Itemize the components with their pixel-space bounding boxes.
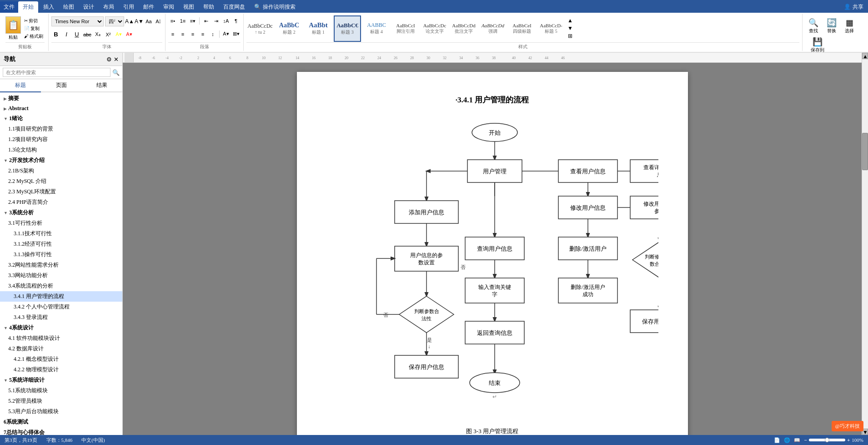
nav-item[interactable]: 3.1.1技术可行性	[0, 228, 122, 239]
nav-tab-results[interactable]: 结果	[81, 79, 122, 91]
align-left-button[interactable]: ≡	[168, 30, 177, 39]
doc-scroll-area[interactable]: ·3.4.1 用户管理的流程 开始 用户管理	[123, 63, 862, 435]
font-name-select[interactable]: Times New Ror	[51, 16, 104, 26]
align-center-button[interactable]: ≡	[178, 30, 187, 39]
nav-item[interactable]: ▼1绪论	[0, 113, 122, 124]
nav-item[interactable]: 4.2 数据库设计	[0, 344, 122, 354]
style-comment[interactable]: AaBbCcDd 批注文字	[450, 15, 477, 42]
replace-button[interactable]: 🔄 替换	[823, 16, 840, 35]
print-layout-button[interactable]: 📄	[774, 437, 780, 443]
select-button[interactable]: ▦ 选择	[842, 16, 857, 35]
align-right-button[interactable]: ≡	[188, 30, 197, 39]
nav-item[interactable]: ▼5系统详细设计	[0, 375, 122, 385]
styles-scroll[interactable]: ▲ ▼ ⊞	[567, 17, 574, 40]
insert-tab[interactable]: 插入	[39, 1, 59, 13]
nav-search-input[interactable]	[3, 68, 110, 77]
web-layout-button[interactable]: 🌐	[784, 437, 790, 443]
nav-item[interactable]: 1.1项目研究的背景	[0, 124, 122, 134]
scroll-thumb[interactable]	[862, 133, 868, 170]
nav-item[interactable]: 3.3网站功能分析	[0, 270, 122, 281]
shrink-font-button[interactable]: A▼	[135, 17, 143, 25]
clear-format-button[interactable]: A⃝	[154, 17, 162, 25]
style-heading2[interactable]: AaBbC 标题 2	[276, 15, 303, 42]
vertical-scrollbar[interactable]: ▲ ▼	[862, 53, 868, 435]
find-button[interactable]: 🔍 查找	[805, 16, 822, 35]
nav-close-button[interactable]: ✕	[114, 56, 119, 63]
nav-item[interactable]: ▶摘要	[0, 93, 122, 104]
nav-item[interactable]: ▼2开发技术介绍	[0, 155, 122, 166]
nav-item[interactable]: 2.3 MySQL环境配置	[0, 187, 122, 197]
grow-font-button[interactable]: A▲	[125, 17, 134, 25]
nav-item[interactable]: 5.2管理员模块	[0, 396, 122, 406]
zoom-slider[interactable]	[809, 439, 845, 441]
nav-tab-headings[interactable]: 标题	[0, 79, 41, 92]
highlight-button[interactable]: A▾	[114, 30, 123, 39]
nav-item[interactable]: 5.1系统功能模块	[0, 385, 122, 396]
scroll-track[interactable]	[862, 59, 868, 429]
zoom-in-button[interactable]: +	[847, 437, 850, 443]
nav-item[interactable]: 1.3论文结构	[0, 145, 122, 155]
line-spacing-button[interactable]: ↕	[208, 30, 217, 39]
design-tab[interactable]: 设计	[79, 1, 99, 13]
format-painter-button[interactable]: 🖌 格式刷	[23, 33, 45, 40]
font-size-select[interactable]: 四号	[105, 16, 124, 26]
nav-item[interactable]: 3.4系统流程的分析	[0, 281, 122, 291]
shading-button[interactable]: A▾	[221, 30, 231, 39]
multi-list-button[interactable]: ≡▾	[188, 16, 197, 25]
bullet-list-button[interactable]: ≡•	[168, 16, 177, 25]
sort-button[interactable]: ↕A	[221, 16, 231, 25]
nav-item[interactable]: 2.1B/S架构	[0, 166, 122, 176]
paste-button[interactable]: 📋 粘贴	[5, 16, 21, 40]
change-case-button[interactable]: Aa	[145, 17, 153, 25]
nav-item[interactable]: 4.1 软件功能模块设计	[0, 333, 122, 344]
help-tab[interactable]: 帮助	[199, 1, 219, 13]
nav-item[interactable]: 3.2网站性能需求分析	[0, 260, 122, 270]
numbered-list-button[interactable]: 1≡	[178, 16, 187, 25]
style-heading3[interactable]: AaBbC€ 标题 3	[334, 15, 361, 42]
mailings-tab[interactable]: 邮件	[139, 1, 159, 13]
view-tab[interactable]: 视图	[179, 1, 199, 13]
references-tab[interactable]: 引用	[119, 1, 139, 13]
italic-button[interactable]: I	[62, 30, 71, 39]
home-tab[interactable]: 开始	[18, 1, 38, 13]
file-tab[interactable]: 文件	[0, 1, 18, 13]
nav-item[interactable]: 3.1.2经济可行性	[0, 239, 122, 249]
share-btn[interactable]: 👤 共享	[839, 1, 868, 13]
search-tab[interactable]: 🔍 操作说明搜索	[250, 1, 300, 13]
style-emphasis[interactable]: AaBbCcDd 强调	[479, 15, 507, 42]
nav-settings-button[interactable]: ⚙	[106, 56, 112, 63]
style-heading4[interactable]: AABBC 标题 4	[363, 15, 390, 42]
review-tab[interactable]: 审阅	[159, 1, 179, 13]
nav-item[interactable]: 3.4.1 用户管理的流程	[0, 291, 122, 302]
nav-item[interactable]: 7总结与心得体会	[0, 427, 122, 435]
zoom-out-button[interactable]: −	[804, 437, 807, 443]
style-normal[interactable]: AaBbCcDc ↑ tu 2	[246, 15, 274, 42]
strikethrough-button[interactable]: abc	[83, 30, 92, 39]
nav-search-button[interactable]: 🔍	[112, 69, 120, 76]
nav-item[interactable]: 4.2.2 物理模型设计	[0, 364, 122, 375]
nav-item[interactable]: 3.4.2 个人中心管理流程	[0, 302, 122, 312]
bold-button[interactable]: B	[51, 30, 60, 39]
nav-item[interactable]: 5.3用户后台功能模块	[0, 406, 122, 417]
layout-tab[interactable]: 布局	[99, 1, 119, 13]
style-h4level[interactable]: AaBbCeI 四级标题	[508, 15, 536, 42]
read-mode-button[interactable]: 📖	[794, 437, 800, 443]
style-thesis[interactable]: AaBbCcDc 论文文字	[421, 15, 448, 42]
nav-item[interactable]: 3.1.3操作可行性	[0, 249, 122, 260]
style-heading1[interactable]: AaBbt 标题 1	[305, 15, 332, 42]
nav-item[interactable]: 6系统测试	[0, 417, 122, 427]
justify-button[interactable]: ≡	[198, 30, 207, 39]
baidu-tab[interactable]: 百度网盘	[219, 1, 250, 13]
nav-item[interactable]: 4.2.1 概念模型设计	[0, 354, 122, 364]
nav-item[interactable]: 3.4.3 登录流程	[0, 312, 122, 323]
style-footnote[interactable]: AaBbCcI 脚注引用	[392, 15, 419, 42]
nav-item[interactable]: 1.2项目研究内容	[0, 134, 122, 145]
nav-item[interactable]: 3.1可行性分析	[0, 218, 122, 228]
nav-item[interactable]: ▶Abstract	[0, 104, 122, 113]
nav-item[interactable]: 2.2 MySQL 介绍	[0, 176, 122, 187]
show-hide-button[interactable]: ¶	[231, 16, 241, 25]
font-color-button[interactable]: A▾	[125, 30, 134, 39]
cut-button[interactable]: ✂ 剪切	[23, 17, 45, 25]
nav-tab-pages[interactable]: 页面	[41, 79, 82, 91]
superscript-button[interactable]: X²	[104, 30, 113, 39]
